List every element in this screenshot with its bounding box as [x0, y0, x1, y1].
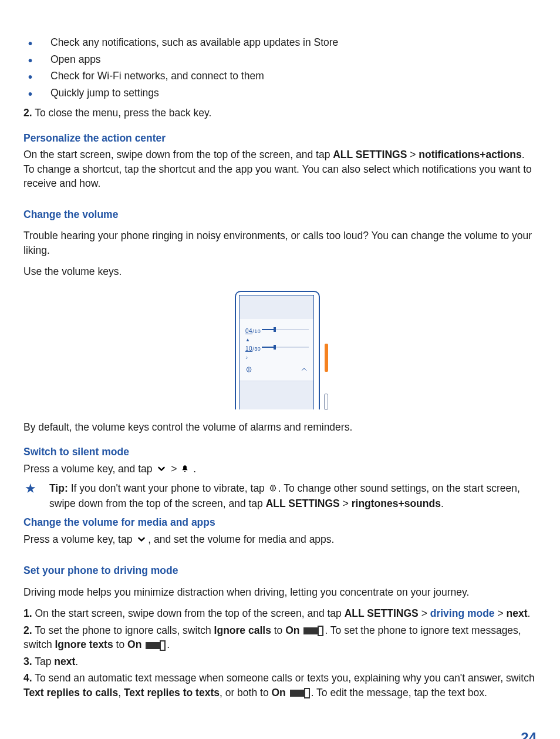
label-text-replies-calls: Text replies to calls	[23, 687, 118, 698]
page-footer: © 2014 Microsoft Mobile. All rights rese…	[23, 728, 537, 739]
text: >	[171, 463, 180, 475]
label-ringtones-sounds: ringtones+sounds	[352, 498, 441, 509]
chevron-down-icon	[136, 533, 147, 547]
volume-media-max: /30	[252, 346, 261, 352]
heading-personalize-action-center: Personalize the action center	[23, 131, 537, 146]
text: >	[340, 498, 352, 509]
paragraph: Press a volume key, tap , and set the vo…	[23, 532, 537, 547]
paragraph: On the start screen, swipe down from the…	[23, 147, 537, 191]
label-all-settings: ALL SETTINGS	[266, 498, 340, 509]
vibrate-icon	[245, 366, 252, 375]
page-number: 24	[521, 728, 537, 739]
bell-icon	[181, 462, 189, 477]
text: On the start screen, swipe down from the…	[32, 607, 345, 619]
text: To set the phone to ignore calls, switch	[32, 624, 214, 636]
toggle-on-icon	[146, 640, 166, 651]
note-icon: ♪	[245, 354, 310, 361]
step-text: To close the menu, press the back key.	[32, 107, 212, 119]
step-4: 4. To send an automatic text message whe…	[23, 671, 537, 700]
text: >	[407, 149, 419, 160]
label-on: On	[285, 624, 299, 636]
label-ignore-calls: Ignore calls	[214, 624, 271, 636]
volume-ringer-value: 04	[245, 328, 252, 334]
paragraph: Use the volume keys.	[23, 264, 537, 279]
label-ignore-texts: Ignore texts	[55, 639, 113, 650]
text: ,	[118, 687, 124, 698]
text: >	[419, 607, 430, 619]
tip-callout: ★ Tip: If you don't want your phone to v…	[23, 481, 537, 510]
label-text-replies-texts: Text replies to texts	[124, 687, 220, 698]
text: On the start screen, swipe down from the…	[23, 149, 333, 160]
text: . To edit the message, tap the text box.	[311, 687, 487, 698]
paragraph: By default, the volume keys control the …	[23, 420, 537, 435]
step-2: 2. To set the phone to ignore calls, swi…	[23, 623, 537, 652]
power-key	[324, 394, 328, 410]
toggle-on-icon	[290, 688, 310, 698]
step-number: 3.	[23, 656, 32, 667]
tip-label: Tip:	[49, 482, 68, 494]
label-all-settings: ALL SETTINGS	[333, 149, 407, 160]
text: .	[193, 463, 196, 475]
text: Press a volume key, and tap	[23, 463, 155, 475]
paragraph: Driving mode helps you minimize distract…	[23, 585, 537, 600]
toggle-on-icon	[303, 626, 323, 636]
text: .	[441, 498, 444, 509]
volume-ringer-max: /10	[252, 328, 261, 334]
heading-change-volume-media: Change the volume for media and apps	[23, 515, 537, 530]
phone-illustration: 04/10 ▲ 10/30 ♪	[23, 291, 537, 409]
star-icon: ★	[25, 482, 41, 495]
text: to	[271, 624, 285, 636]
text: .	[167, 639, 170, 650]
text: , or both to	[220, 687, 272, 698]
step-3: 3. Tap next.	[23, 654, 537, 669]
tip-text: Tip: If you don't want your phone to vib…	[49, 481, 537, 510]
text: To send an automatic text message when s…	[32, 672, 535, 684]
chevron-up-icon	[301, 366, 308, 375]
list-item: Quickly jump to settings	[23, 86, 537, 100]
text: Tap	[32, 656, 55, 667]
heading-switch-silent-mode: Switch to silent mode	[23, 445, 537, 459]
step-2-close-menu: 2. To close the menu, press the back key…	[23, 106, 537, 120]
text: >	[495, 607, 507, 619]
paragraph: Trouble hearing your phone ringing in no…	[23, 229, 537, 257]
text: Press a volume key, tap	[23, 533, 135, 545]
step-number: 2.	[23, 624, 32, 636]
label-next: next	[54, 656, 75, 667]
text: , and set the volume for media and apps.	[148, 533, 334, 545]
text: .	[75, 656, 78, 667]
step-1: 1. On the start screen, swipe down from …	[23, 606, 537, 621]
chevron-down-icon	[156, 462, 167, 477]
bullet-list: Check any notifications, such as availab…	[23, 35, 537, 100]
text: to	[113, 639, 127, 650]
volume-media-value: 10	[245, 345, 252, 352]
list-item: Open apps	[23, 52, 537, 67]
text: If you don't want your phone to vibrate,…	[68, 482, 268, 494]
heading-change-volume: Change the volume	[23, 207, 537, 222]
label-driving-mode: driving mode	[430, 607, 495, 619]
label-on: On	[271, 687, 285, 698]
label-notifications-actions: notifications+actions	[419, 149, 522, 160]
step-number: 2.	[23, 107, 32, 119]
list-item: Check for Wi-Fi networks, and connect to…	[23, 69, 537, 83]
text: .	[528, 607, 531, 619]
list-item: Check any notifications, such as availab…	[23, 35, 537, 50]
label-on: On	[127, 639, 141, 650]
paragraph: Press a volume key, and tap > .	[23, 462, 537, 477]
heading-driving-mode: Set your phone to driving mode	[23, 563, 537, 578]
label-all-settings: ALL SETTINGS	[345, 607, 419, 619]
label-next: next	[507, 607, 528, 619]
step-number: 1.	[23, 607, 32, 619]
volume-key-highlight	[325, 344, 328, 372]
step-number: 4.	[23, 672, 32, 684]
vibrate-icon	[269, 482, 277, 496]
